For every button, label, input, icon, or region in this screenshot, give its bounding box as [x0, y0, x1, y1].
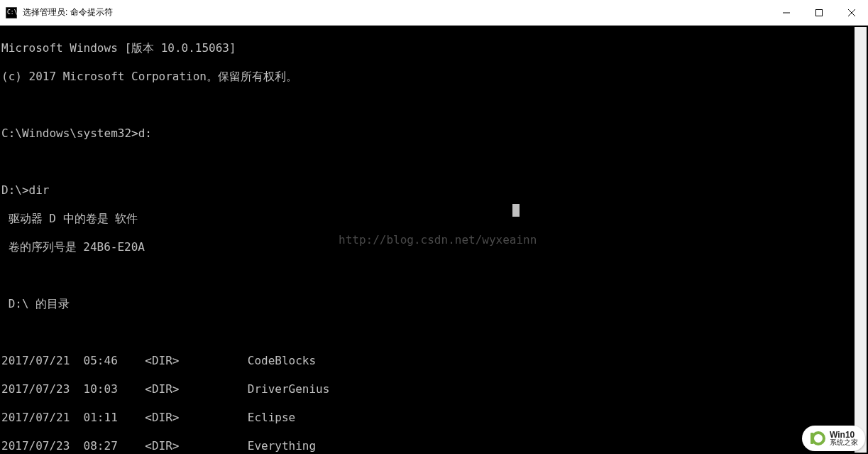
terminal-line [1, 155, 855, 169]
terminal-line: 2017/07/21 05:46 <DIR> CodeBlocks [1, 354, 855, 368]
svg-rect-3 [816, 9, 823, 16]
terminal-body[interactable]: Microsoft Windows [版本 10.0.15063] (c) 20… [0, 26, 868, 454]
window-title: 选择管理员: 命令提示符 [23, 6, 770, 18]
terminal-line: C:\Windows\system32>d: [1, 126, 855, 141]
cmd-icon: C:\ [6, 7, 17, 18]
vertical-scrollbar[interactable] [855, 27, 867, 453]
terminal-line: 驱动器 D 中的卷是 软件 [1, 212, 855, 226]
terminal-line: Microsoft Windows [版本 10.0.15063] [1, 41, 855, 55]
watermark-badge: Win10 系统之家 [802, 426, 865, 451]
badge-text-bot: 系统之家 [830, 439, 858, 446]
terminal-line: 2017/07/23 10:03 <DIR> DriverGenius [1, 382, 855, 396]
terminal-line: 2017/07/21 01:11 <DIR> Eclipse [1, 411, 855, 425]
terminal-content: Microsoft Windows [版本 10.0.15063] (c) 20… [1, 27, 855, 453]
window-controls [770, 0, 868, 25]
svg-text:C:\: C:\ [7, 9, 17, 16]
window-titlebar: C:\ 选择管理员: 命令提示符 [0, 0, 868, 26]
terminal-line: (c) 2017 Microsoft Corporation。保留所有权利。 [1, 70, 855, 84]
close-button[interactable] [835, 0, 868, 25]
terminal-line [1, 269, 855, 283]
badge-logo-icon [804, 428, 825, 449]
minimize-button[interactable] [770, 0, 803, 25]
badge-text: Win10 系统之家 [830, 431, 858, 446]
terminal-line [1, 325, 855, 340]
maximize-button[interactable] [803, 0, 835, 25]
terminal-line [1, 98, 855, 112]
terminal-line: D:\ 的目录 [1, 297, 855, 311]
svg-point-6 [804, 428, 825, 449]
watermark-url: http://blog.csdn.net/wyxeainn [339, 233, 537, 247]
selection-cursor [512, 204, 520, 217]
terminal-line: 2017/07/23 08:27 <DIR> Everything [1, 439, 855, 453]
terminal-line: D:\>dir [1, 183, 855, 198]
